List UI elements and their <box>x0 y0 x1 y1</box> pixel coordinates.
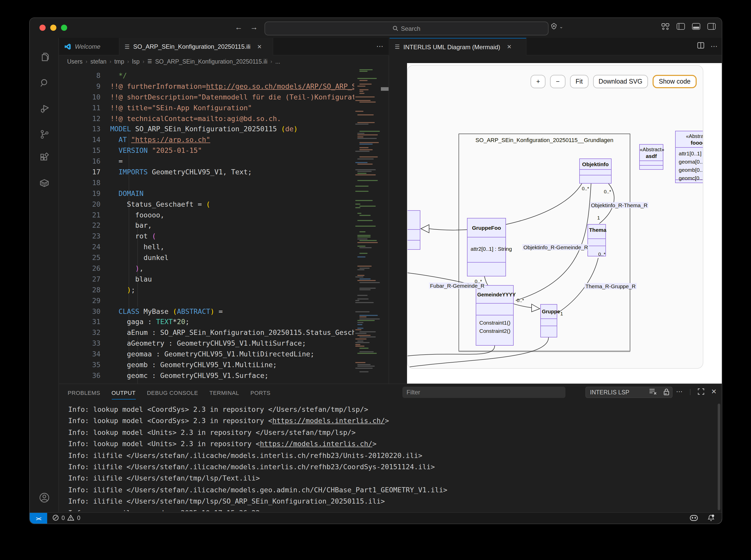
close-panel-icon[interactable]: ✕ <box>711 388 717 395</box>
code-line[interactable]: 8 */ <box>59 70 354 81</box>
show-code-button[interactable]: Show code <box>653 75 697 88</box>
panel-tab-debug-console[interactable]: DEBUG CONSOLE <box>147 389 198 396</box>
clear-output-icon[interactable] <box>649 388 656 395</box>
close-tab-icon[interactable]: ✕ <box>507 44 512 50</box>
copilot-status-icon[interactable] <box>689 514 698 522</box>
tab-uml-diagram[interactable]: ☰ INTERLIS UML Diagram (Mermaid) ✕ <box>390 38 526 55</box>
code-line[interactable]: 36 geomc : GeometryCHLV95_V1.Surface; <box>59 370 354 381</box>
multiplicity: 0..* <box>582 186 589 191</box>
code-lines[interactable]: 8 */9!!@ furtherInformation=http://geo.s… <box>59 70 354 381</box>
code-line[interactable]: 10!!@ shortDescription="Datenmodell für … <box>59 92 354 103</box>
source-control-icon[interactable] <box>30 124 59 145</box>
nav-back-icon[interactable]: ← <box>235 23 242 31</box>
class-gruppefoo[interactable]: GruppeFoo attr2[0..1] : String <box>467 218 506 276</box>
zoom-out-button[interactable]: − <box>550 75 565 88</box>
class-asdf[interactable]: «Abstract» asdf <box>639 144 663 170</box>
breadcrumb[interactable]: Users› stefan› tmp› lsp› ☰ SO_ARP_SEin_K… <box>59 55 389 67</box>
maximize-panel-icon[interactable] <box>698 388 704 395</box>
fit-button[interactable]: Fit <box>570 75 588 88</box>
command-center-search[interactable]: Search <box>265 22 549 35</box>
code-line[interactable]: 15 VERSION "2025-01-15" <box>59 145 354 156</box>
breadcrumb-item[interactable]: SO_ARP_SEin_Konfiguration_20250115.ili <box>155 58 267 64</box>
close-window-button[interactable] <box>39 25 46 31</box>
breadcrumb-item[interactable]: ... <box>275 58 280 64</box>
code-line[interactable]: 11!!@ title="SEin-App Konfiguration" <box>59 102 354 113</box>
split-editor-icon[interactable] <box>697 42 704 50</box>
copilot-icon <box>550 23 558 30</box>
code-line[interactable]: 34 geomaa : GeometryCHLV95_V1.MultiDirec… <box>59 349 354 359</box>
breadcrumb-item[interactable]: tmp <box>114 58 124 64</box>
class-objektinfo[interactable]: Objektinfo <box>579 158 612 184</box>
code-line[interactable]: 30 CLASS MyBase (ABSTRACT) = <box>59 306 354 317</box>
log-link[interactable]: https://models.interlis.ch/ <box>260 439 372 448</box>
account-icon[interactable] <box>30 487 59 508</box>
toggle-panel-icon[interactable] <box>692 23 700 30</box>
minimize-window-button[interactable] <box>50 25 56 31</box>
explorer-icon[interactable] <box>30 47 59 68</box>
code-line[interactable]: 22 bar, <box>59 220 354 231</box>
run-debug-icon[interactable] <box>30 98 59 119</box>
code-line[interactable]: 23 rot ( <box>59 231 354 242</box>
panel-tab-terminal[interactable]: TERMINAL <box>209 389 239 396</box>
extensions-icon[interactable] <box>30 148 59 168</box>
log-link[interactable]: https://models.interlis.ch/ <box>272 417 385 425</box>
code-line[interactable]: 27 blau <box>59 274 354 285</box>
containers-icon[interactable] <box>30 172 59 193</box>
code-line[interactable]: 12!!@ technicalContact=mailto:agi@bd.so.… <box>59 113 354 124</box>
editor-actions[interactable]: ⋯ <box>376 42 383 50</box>
toggle-primary-sidebar-icon[interactable] <box>677 23 685 30</box>
code-line[interactable]: 25 dunkel <box>59 252 354 263</box>
more-actions-icon[interactable]: ⋯ <box>676 388 683 395</box>
toggle-secondary-sidebar-icon[interactable] <box>707 23 716 30</box>
class-foooo[interactable]: «Abstract» foooo attr1[0..1] : Str geoma… <box>675 131 703 183</box>
breadcrumb-item[interactable]: lsp <box>132 58 139 64</box>
code-line[interactable]: 13MODEL SO_ARP_SEin_Konfiguration_202501… <box>59 124 354 135</box>
panel-tab-ports[interactable]: PORTS <box>250 389 270 396</box>
code-line[interactable]: 28 ); <box>59 285 354 295</box>
status-bar: >< 0 0 <box>30 512 722 524</box>
zoom-window-button[interactable] <box>61 25 67 31</box>
nav-forward-icon[interactable]: → <box>250 23 258 31</box>
code-line[interactable]: 20 Status_Geschaeft = ( <box>59 199 354 209</box>
scrollbar-thumb[interactable] <box>381 87 389 91</box>
code-line[interactable]: 19 DOMAIN <box>59 188 354 199</box>
notifications-bell-icon[interactable] <box>707 514 715 522</box>
breadcrumb-item[interactable]: Users <box>67 58 83 64</box>
lock-scroll-icon[interactable] <box>663 388 669 395</box>
code-line[interactable]: 26 ), <box>59 263 354 274</box>
activity-bar: ⚙ 1 <box>30 38 59 512</box>
code-line[interactable]: 21 fooooo, <box>59 209 354 220</box>
code-line[interactable]: 9!!@ furtherInformation=http://geo.so.ch… <box>59 81 354 92</box>
remote-indicator[interactable]: >< <box>30 513 47 524</box>
customize-layout-icon[interactable] <box>661 23 669 30</box>
copilot-menu[interactable]: ⌄ <box>550 23 563 30</box>
code-line[interactable]: 35 geomb : GeometryCHLV95_V1.MultiLine; <box>59 359 354 370</box>
panel-tab-output[interactable]: OUTPUT <box>111 390 136 399</box>
breadcrumb-item[interactable]: stefan <box>90 58 107 64</box>
diagram-container[interactable]: + − Fit Download SVG Show code <box>407 65 703 369</box>
code-line[interactable]: 18 <box>59 177 354 188</box>
download-svg-button[interactable]: Download SVG <box>593 75 648 88</box>
output-log[interactable]: Info: lookup model <CoordSys> 2.3 in rep… <box>68 404 712 511</box>
class-gemeindeyyyy[interactable]: GemeindeYYYY Constraint1() Constraint2() <box>476 285 514 346</box>
close-tab-icon[interactable]: ✕ <box>257 43 262 50</box>
search-sidebar-icon[interactable] <box>30 73 59 93</box>
code-line[interactable]: 14 AT "https://arp.so.ch" <box>59 135 354 145</box>
tab-ili-file[interactable]: ☰ SO_ARP_SEin_Konfiguration_20250115.ili… <box>119 38 273 55</box>
code-line[interactable]: 29 <box>59 295 354 306</box>
tab-welcome[interactable]: Welcome <box>59 38 119 55</box>
class-clipped-left[interactable] <box>407 210 420 250</box>
code-line[interactable]: 31 gaga : TEXT*20; <box>59 317 354 327</box>
more-actions-icon[interactable]: ⋯ <box>711 42 718 50</box>
code-line[interactable]: 32 aEnum : SO_ARP_SEin_Konfiguration_202… <box>59 327 354 338</box>
panel-scrollbar[interactable] <box>718 404 720 510</box>
code-line[interactable]: 16 = <box>59 156 354 167</box>
code-line[interactable]: 24 hell, <box>59 242 354 253</box>
output-filter-input[interactable]: Filter <box>402 387 565 398</box>
code-line[interactable]: 33 aGeometry : GeometryCHLV95_V1.MultiSu… <box>59 338 354 349</box>
problems-status[interactable]: 0 0 <box>52 514 80 521</box>
panel-tab-problems[interactable]: PROBLEMS <box>68 389 100 396</box>
class-gruppe[interactable]: Gruppe <box>540 304 557 337</box>
code-line[interactable]: 17 IMPORTS GeometryCHLV95_V1, Text; <box>59 167 354 177</box>
zoom-in-button[interactable]: + <box>531 75 546 88</box>
